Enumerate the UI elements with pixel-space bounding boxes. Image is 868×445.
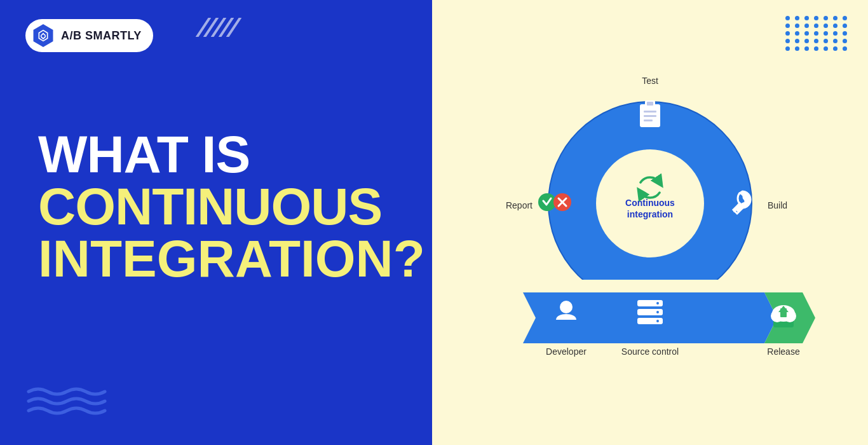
svg-text:Continuous: Continuous	[625, 198, 675, 208]
svg-text:Release: Release	[767, 346, 800, 357]
heading-line1: WHAT IS	[38, 128, 407, 181]
logo-text: A/B SMARTLY	[61, 29, 142, 43]
svg-point-34	[656, 302, 659, 305]
logo-icon	[32, 24, 55, 47]
heading-line3: INTEGRATION?	[38, 233, 407, 285]
main-heading: WHAT IS CONTINUOUS INTEGRATION?	[38, 128, 407, 285]
svg-rect-18	[647, 102, 653, 106]
logo-container: A/B SMARTLY	[25, 19, 153, 52]
svg-point-35	[656, 311, 659, 313]
svg-rect-20	[644, 115, 656, 117]
svg-text:integration: integration	[627, 209, 673, 219]
svg-text:Developer: Developer	[546, 346, 587, 357]
svg-text:Report: Report	[506, 200, 532, 210]
right-panel: Continuous integration Test Build	[432, 0, 868, 445]
diagram-svg: Continuous integration Test Build	[485, 57, 815, 388]
dots-decoration	[785, 16, 849, 51]
svg-point-30	[560, 301, 573, 313]
svg-rect-21	[644, 120, 653, 121]
svg-text:Source control: Source control	[621, 346, 679, 357]
svg-text:Test: Test	[642, 76, 658, 86]
ci-diagram: Continuous integration Test Build	[485, 57, 815, 400]
left-panel: A/B SMARTLY WHAT IS CONTINUOUS INTEGRATI…	[0, 0, 432, 445]
svg-rect-19	[644, 111, 656, 113]
stripes-decoration	[191, 18, 241, 39]
heading-line2: CONTINUOUS	[38, 181, 407, 233]
svg-point-36	[656, 320, 659, 322]
svg-text:Build: Build	[768, 200, 787, 210]
wave-decoration	[25, 385, 114, 426]
